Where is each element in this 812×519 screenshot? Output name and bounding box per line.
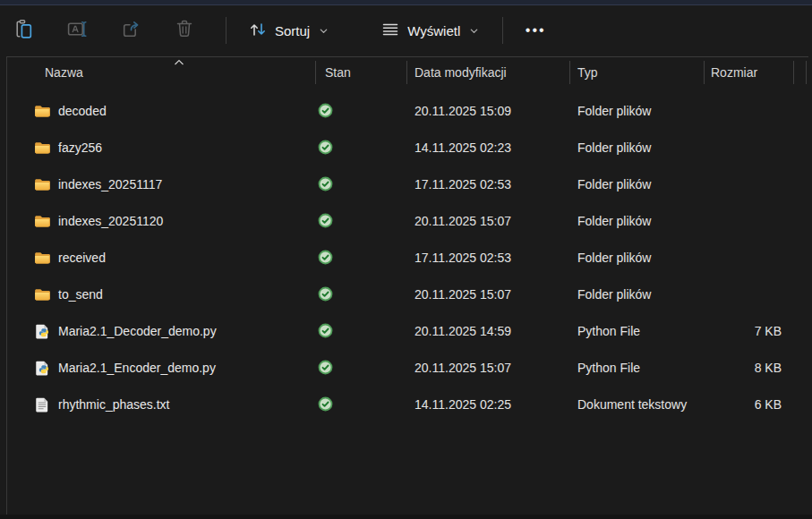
text-file-icon	[34, 396, 50, 413]
paste-button[interactable]	[5, 13, 41, 48]
column-header-type[interactable]: Typ	[570, 61, 705, 84]
file-type: Python File	[570, 361, 705, 375]
modified-date: 20.11.2025 15:07	[407, 214, 570, 228]
file-row-decoded[interactable]: decoded 20.11.2025 15:09 Folder plików	[7, 92, 808, 129]
paste-icon	[13, 18, 35, 44]
chevron-down-icon	[469, 23, 479, 38]
file-type: Dokument tekstowy	[570, 397, 705, 412]
modified-date: 20.11.2025 15:07	[407, 361, 570, 375]
file-size: 8 KB	[705, 361, 794, 375]
file-type: Folder plików	[570, 104, 705, 118]
modified-date: 17.11.2025 02:53	[407, 177, 570, 191]
delete-button[interactable]	[167, 13, 202, 48]
ellipsis-icon: •••	[526, 22, 546, 38]
modified-date: 14.11.2025 02:23	[407, 140, 570, 155]
column-header-row: Nazwa Stan Data modyfikacji Typ Rozmiar	[7, 57, 808, 87]
chevron-down-icon	[319, 23, 329, 38]
view-lines-icon	[380, 20, 400, 42]
file-row-maria21-decoder-demo[interactable]: Maria2.1_Decoder_demo.py 20.11.2025 14:5…	[7, 312, 808, 349]
column-header-name[interactable]: Nazwa	[7, 61, 316, 84]
rename-button[interactable]	[59, 13, 95, 48]
modified-date: 14.11.2025 02:25	[407, 397, 570, 412]
modified-date: 20.11.2025 14:59	[407, 324, 570, 338]
column-header-status[interactable]: Stan	[316, 61, 407, 84]
file-type: Folder plików	[570, 287, 705, 302]
sort-button-label: Sortuj	[275, 23, 310, 38]
share-button[interactable]	[113, 13, 149, 48]
synced-status-icon	[318, 323, 333, 338]
file-type: Python File	[570, 324, 705, 338]
column-header-size[interactable]: Rozmiar	[705, 61, 794, 84]
file-row-rhythmic-phases[interactable]: rhythmic_phases.txt 14.11.2025 02:25 Dok…	[7, 386, 808, 422]
file-list-pane: Nazwa Stan Data modyfikacji Typ Rozmiar …	[6, 56, 808, 515]
file-row-received[interactable]: received 17.11.2025 02:53 Folder plików	[7, 239, 808, 276]
synced-status-icon	[318, 396, 333, 412]
file-size: 6 KB	[705, 397, 794, 412]
folder-icon	[34, 140, 50, 156]
modified-date: 20.11.2025 15:07	[407, 287, 570, 302]
synced-status-icon	[318, 176, 333, 191]
file-size: 7 KB	[705, 324, 794, 338]
rename-icon	[66, 18, 89, 44]
share-icon	[120, 18, 142, 44]
view-button-label: Wyświetl	[407, 23, 460, 38]
file-type: Folder plików	[570, 177, 705, 191]
file-row-to-send[interactable]: to_send 20.11.2025 15:07 Folder plików	[7, 276, 808, 312]
file-row-indexes-20251117[interactable]: indexes_20251117 17.11.2025 02:53 Folder…	[7, 166, 808, 202]
trash-icon	[174, 18, 195, 43]
file-type: Folder plików	[570, 251, 705, 265]
synced-status-icon	[318, 360, 333, 375]
synced-status-icon	[318, 286, 333, 302]
synced-status-icon	[318, 103, 333, 118]
command-toolbar: Sortuj Wyświetl •••	[0, 5, 812, 55]
folder-icon	[34, 176, 50, 192]
window-bottom-edge	[0, 515, 812, 519]
file-row-maria21-encoder-demo[interactable]: Maria2.1_Encoder_demo.py 20.11.2025 15:0…	[7, 349, 808, 386]
synced-status-icon	[318, 140, 333, 155]
column-header-spacer	[794, 61, 807, 84]
folder-icon	[34, 286, 50, 302]
python-file-icon	[34, 360, 50, 376]
view-button[interactable]: Wyświetl	[372, 13, 488, 48]
file-list: decoded 20.11.2025 15:09 Folder plików f…	[7, 92, 808, 422]
more-options-button[interactable]: •••	[516, 13, 555, 48]
column-header-modified[interactable]: Data modyfikacji	[407, 61, 570, 84]
modified-date: 20.11.2025 15:09	[407, 104, 570, 118]
synced-status-icon	[318, 250, 333, 265]
file-row-indexes-20251120[interactable]: indexes_20251120 20.11.2025 15:07 Folder…	[7, 202, 808, 239]
python-file-icon	[34, 323, 50, 339]
folder-icon	[34, 103, 50, 119]
toolbar-separator	[502, 17, 503, 44]
modified-date: 17.11.2025 02:53	[407, 251, 570, 265]
synced-status-icon	[318, 213, 333, 228]
sort-arrows-icon	[248, 20, 268, 42]
folder-icon	[34, 213, 50, 229]
file-row-fazy256[interactable]: fazy256 14.11.2025 02:23 Folder plików	[7, 129, 808, 166]
sort-button[interactable]: Sortuj	[239, 13, 338, 48]
file-type: Folder plików	[570, 214, 705, 228]
folder-icon	[34, 250, 50, 266]
sort-ascending-indicator	[174, 55, 184, 69]
toolbar-separator	[226, 17, 227, 44]
file-type: Folder plików	[570, 140, 705, 155]
